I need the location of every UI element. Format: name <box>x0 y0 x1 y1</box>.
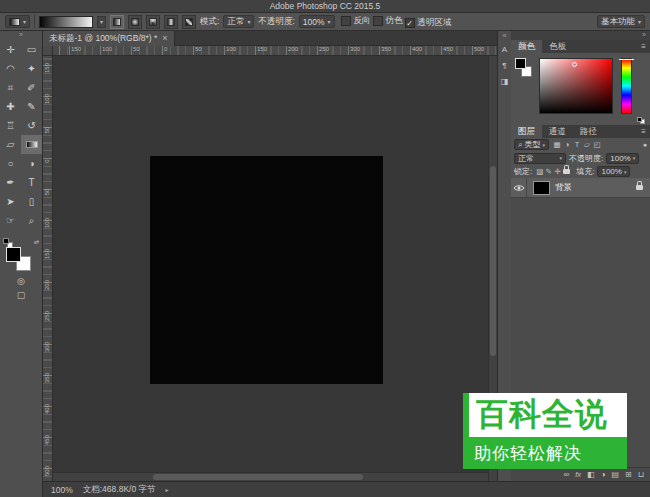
diamond-gradient-button[interactable] <box>182 15 196 29</box>
workspace-name: 基本功能 <box>601 16 635 28</box>
color-panel-tab-swatches[interactable]: 色板 <box>542 40 573 53</box>
transparency-checkbox[interactable]: ✓ <box>405 18 415 28</box>
move-tool[interactable]: ✛ <box>0 40 21 59</box>
panels-collapse-icon[interactable]: » <box>511 31 650 40</box>
layer-visibility-toggle[interactable] <box>511 178 527 198</box>
healing-brush-tool[interactable]: ✚ <box>0 97 21 116</box>
dodge-tool[interactable]: ◑ <box>21 154 42 173</box>
document-canvas[interactable] <box>150 156 383 384</box>
lock-all-icon[interactable] <box>562 167 571 176</box>
properties-panel-icon[interactable]: ◨ <box>498 74 511 90</box>
tab-close-icon[interactable]: × <box>162 34 167 43</box>
lock-image-pixels-icon[interactable]: ✎ <box>544 167 553 176</box>
fill-dropdown[interactable]: 100% <box>597 166 630 177</box>
zoom-tool[interactable]: ⌕ <box>21 211 42 230</box>
adjustment-layer-icon[interactable]: ◑ <box>601 470 606 479</box>
ruler-number: 150 <box>44 248 50 260</box>
blur-tool[interactable]: ○ <box>0 154 21 173</box>
layers-panel-menu-icon[interactable]: ≡ <box>637 125 650 138</box>
hue-slider[interactable] <box>621 58 632 114</box>
color-picker-handle[interactable] <box>572 62 577 67</box>
lock-transparent-pixels-icon[interactable]: ▨ <box>535 167 544 176</box>
layers-panel-tab-paths[interactable]: 路径 <box>573 125 604 138</box>
lasso-tool[interactable]: ◠ <box>0 59 21 78</box>
color-foreground-swatch[interactable] <box>515 58 526 69</box>
paragraph-panel-icon[interactable]: ¶ <box>498 58 511 74</box>
filter-shape-layers-icon[interactable]: ▱ <box>582 140 592 149</box>
type-tool[interactable]: T <box>21 173 42 192</box>
add-mask-icon[interactable]: ◧ <box>587 470 595 479</box>
brush-tool[interactable]: ✎ <box>21 97 42 116</box>
history-brush-tool[interactable]: ↺ <box>21 116 42 135</box>
eraser-tool[interactable]: ▱ <box>0 135 21 154</box>
filter-adjustment-layers-icon[interactable]: ◑ <box>562 140 572 149</box>
gradient-tool[interactable] <box>21 135 42 154</box>
workspace-switcher[interactable]: 基本功能 <box>597 15 645 28</box>
layers-panel-tab-channels[interactable]: 通道 <box>542 125 573 138</box>
horizontal-scroll-thumb[interactable] <box>153 474 363 480</box>
foreground-color-swatch[interactable] <box>6 247 21 262</box>
delete-layer-icon[interactable]: ⊔ <box>638 470 644 479</box>
reverse-checkbox[interactable] <box>341 16 351 26</box>
reflected-gradient-button[interactable] <box>164 15 178 29</box>
layer-thumbnail <box>533 181 550 195</box>
character-panel-icon[interactable]: A <box>498 42 511 58</box>
filter-pixel-layers-icon[interactable]: ▦ <box>552 140 562 149</box>
angle-gradient-icon <box>149 18 157 26</box>
left-ruler[interactable]: 15010050050100150200250300350400450500 <box>43 56 53 481</box>
ruler-number: 200 <box>44 279 50 291</box>
filter-type-layers-icon[interactable]: T <box>572 140 582 149</box>
magic-wand-tool[interactable]: ✦ <box>21 59 42 78</box>
horizontal-scrollbar[interactable] <box>53 472 488 481</box>
document-tab[interactable]: 未标题-1 @ 100%(RGB/8*) * × <box>43 31 175 46</box>
swap-colors-icon[interactable]: ⇄ <box>34 238 39 245</box>
layer-style-icon[interactable]: fx <box>575 470 581 479</box>
ruler-origin[interactable] <box>43 46 53 56</box>
gradient-picker-arrow-icon[interactable]: ▾ <box>97 16 106 28</box>
default-colors-icon[interactable] <box>3 238 9 244</box>
marquee-tool[interactable]: ▭ <box>21 40 42 59</box>
new-group-icon[interactable]: ▤ <box>611 470 619 479</box>
top-ruler[interactable]: 1501005005010015020025030035040045050055… <box>53 46 497 56</box>
tool-preset-picker[interactable] <box>5 15 30 28</box>
link-layers-icon[interactable]: ∞ <box>564 470 570 479</box>
angle-gradient-button[interactable] <box>146 15 160 29</box>
canvas-viewport[interactable] <box>53 56 497 481</box>
hue-slider-handle[interactable] <box>619 59 634 61</box>
radial-gradient-button[interactable] <box>128 15 142 29</box>
document-tab-title: 未标题-1 @ 100%(RGB/8*) * <box>49 33 157 45</box>
toolbar-collapse-icon[interactable]: » <box>0 31 42 40</box>
eyedropper-tool[interactable]: ✐ <box>21 78 42 97</box>
pen-tool[interactable]: ✒ <box>0 173 21 192</box>
gradient-preview[interactable] <box>39 16 93 28</box>
filter-toggle-icon[interactable]: ● <box>643 141 647 148</box>
ruler-number: 400 <box>412 46 422 52</box>
ruler-number: 100 <box>102 46 112 52</box>
layers-panel-tab-layers[interactable]: 图层 <box>511 125 542 138</box>
zoom-level-field[interactable]: 100% <box>51 485 73 495</box>
filter-smart-objects-icon[interactable]: ◰ <box>592 140 602 149</box>
rectangle-tool[interactable]: ▯ <box>21 192 42 211</box>
lock-position-icon[interactable]: ✛ <box>553 167 562 176</box>
crop-tool[interactable]: ⌗ <box>0 78 21 97</box>
opacity-dropdown[interactable]: 100% <box>299 15 335 28</box>
hand-tool[interactable]: ☞ <box>0 211 21 230</box>
blend-mode-dropdown[interactable]: 正常 <box>514 153 566 164</box>
path-selection-tool[interactable]: ➤ <box>0 192 21 211</box>
color-panel-tab-color[interactable]: 颜色 <box>511 40 542 53</box>
layer-row[interactable]: 背景 <box>511 178 650 198</box>
screen-mode-button[interactable]: ▢ <box>0 288 42 302</box>
quick-mask-button[interactable]: ◎ <box>0 274 42 288</box>
clone-stamp-tool[interactable]: ♖ <box>0 116 21 135</box>
linear-gradient-button[interactable] <box>110 15 124 29</box>
status-menu-arrow-icon[interactable]: ▸ <box>166 486 169 493</box>
new-layer-icon[interactable]: ⊞ <box>625 470 632 479</box>
mode-dropdown[interactable]: 正常 <box>223 15 254 28</box>
filter-kind-dropdown[interactable]: ⌕ 类型 <box>514 139 549 150</box>
layer-opacity-dropdown[interactable]: 100% <box>606 153 639 164</box>
vertical-scroll-thumb[interactable] <box>490 166 496 356</box>
color-panel-menu-icon[interactable]: ≡ <box>637 40 650 53</box>
dither-checkbox[interactable] <box>373 16 383 26</box>
default-colors-mini-icon[interactable] <box>637 117 642 122</box>
dock-collapse-icon[interactable]: « <box>498 31 511 42</box>
